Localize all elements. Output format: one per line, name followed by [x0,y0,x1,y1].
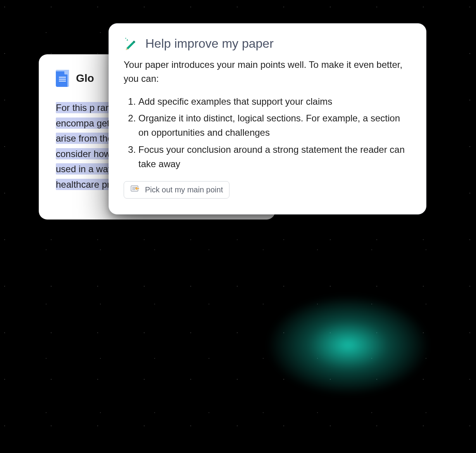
suggestion-item: Add specific examples that support your … [138,94,411,109]
pick-main-point-button[interactable]: Pick out my main point [124,181,229,199]
suggestion-item: Focus your conclusion around a strong st… [138,142,411,171]
sparkle-pencil-icon [124,36,138,51]
chip-label: Pick out my main point [145,185,223,194]
document-title: Glo [76,72,94,85]
suggestion-item: Organize it into distinct, logical secti… [138,111,411,140]
assistant-title: Help improve my paper [145,36,274,51]
google-docs-icon [56,70,69,87]
assistant-suggestions: Add specific examples that support your … [124,94,411,171]
teal-glow [267,295,429,396]
highlighter-icon [130,185,140,195]
assistant-header: Help improve my paper [124,36,411,51]
assistant-card: Help improve my paper Your paper introdu… [109,23,426,214]
assistant-intro: Your paper introduces your main points w… [124,58,411,86]
